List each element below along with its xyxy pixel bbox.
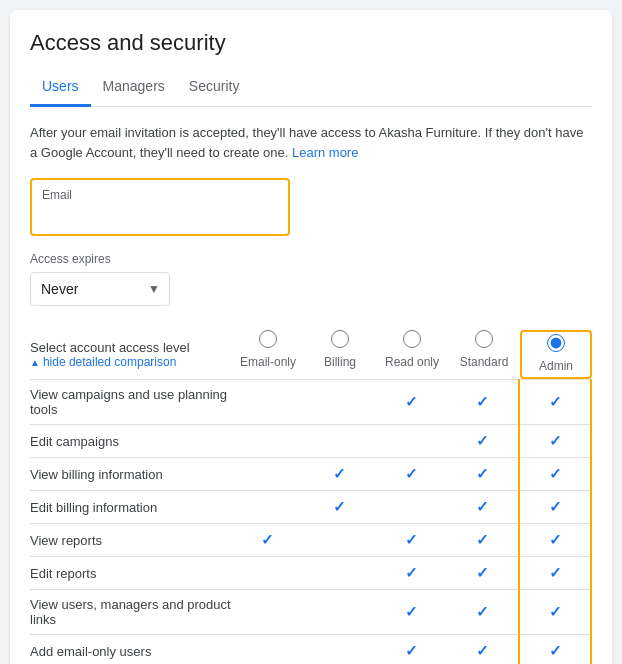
perm-check-billing: ✓ [303,491,375,524]
email-input[interactable] [42,207,278,223]
perm-check-read-only: ✓ [375,590,447,635]
col-header-billing: Billing [304,330,376,369]
perm-check-admin: ✓ [519,491,591,524]
perm-name: View users, managers and product links [30,590,231,635]
hide-comparison-link[interactable]: ▲ hide detailed comparison [30,355,232,369]
perm-check-read-only: ✓ [375,458,447,491]
perm-check-standard: ✓ [447,524,519,557]
perm-check-admin: ✓ [519,458,591,491]
perm-check-email-only [231,635,303,665]
perm-check-standard: ✓ [447,380,519,425]
perm-name: Edit billing information [30,491,231,524]
main-card: Access and security Users Managers Secur… [10,10,612,664]
perm-check-read-only: ✓ [375,380,447,425]
access-expires-select[interactable]: Never 1 month 3 months 6 months 1 year [30,272,170,306]
perm-check-email-only [231,425,303,458]
access-level-label: Select account access level [30,340,232,355]
radio-billing[interactable] [331,330,349,348]
perm-check-billing [303,380,375,425]
perm-check-email-only: ✓ [231,524,303,557]
perm-check-read-only: ✓ [375,557,447,590]
perm-check-admin: ✓ [519,557,591,590]
perm-check-billing [303,524,375,557]
perm-check-billing [303,635,375,665]
perm-check-read-only: ✓ [375,524,447,557]
perm-check-email-only [231,458,303,491]
access-level-section: Select account access level ▲ hide detai… [30,330,592,664]
perm-check-standard: ✓ [447,425,519,458]
tab-users[interactable]: Users [30,70,91,107]
perm-check-read-only: ✓ [375,635,447,665]
perm-check-standard: ✓ [447,590,519,635]
page-title: Access and security [30,30,592,56]
perm-name: Edit reports [30,557,231,590]
learn-more-link[interactable]: Learn more [292,145,358,160]
access-header-row: Select account access level ▲ hide detai… [30,330,592,379]
perm-check-standard: ✓ [447,635,519,665]
radio-admin[interactable] [547,334,565,352]
perm-check-billing [303,590,375,635]
description-text: After your email invitation is accepted,… [30,123,592,162]
perm-check-standard: ✓ [447,458,519,491]
perm-check-billing: ✓ [303,458,375,491]
perm-check-email-only [231,491,303,524]
perm-check-email-only [231,557,303,590]
col-header-admin: Admin [520,330,592,379]
perm-check-standard: ✓ [447,491,519,524]
col-header-read-only: Read only [376,330,448,369]
perm-check-standard: ✓ [447,557,519,590]
access-expires-label: Access expires [30,252,592,266]
perm-check-admin: ✓ [519,524,591,557]
perm-name: Edit campaigns [30,425,231,458]
tabs: Users Managers Security [30,70,592,107]
perm-name: View billing information [30,458,231,491]
radio-email-only[interactable] [259,330,277,348]
col-header-standard: Standard [448,330,520,369]
perm-check-admin: ✓ [519,590,591,635]
perm-check-read-only [375,491,447,524]
perm-check-read-only [375,425,447,458]
perm-check-email-only [231,590,303,635]
radio-standard[interactable] [475,330,493,348]
perm-name: View campaigns and use planning tools [30,380,231,425]
column-headers: Email-only Billing Read only [232,330,592,379]
tab-security[interactable]: Security [177,70,252,107]
perm-check-email-only [231,380,303,425]
radio-read-only[interactable] [403,330,421,348]
chevron-up-icon: ▲ [30,357,40,368]
perm-name: Add email-only users [30,635,231,665]
col-header-email-only: Email-only [232,330,304,369]
email-field-wrapper: Email [30,178,290,236]
perm-check-billing [303,425,375,458]
perm-check-admin: ✓ [519,425,591,458]
tab-managers[interactable]: Managers [91,70,177,107]
perm-name: View reports [30,524,231,557]
email-field-label: Email [42,188,278,202]
perm-check-admin: ✓ [519,635,591,665]
perm-check-admin: ✓ [519,380,591,425]
perm-check-billing [303,557,375,590]
access-expires-select-wrapper: Never 1 month 3 months 6 months 1 year ▼ [30,272,170,306]
permissions-table: View campaigns and use planning tools✓✓✓… [30,379,592,664]
